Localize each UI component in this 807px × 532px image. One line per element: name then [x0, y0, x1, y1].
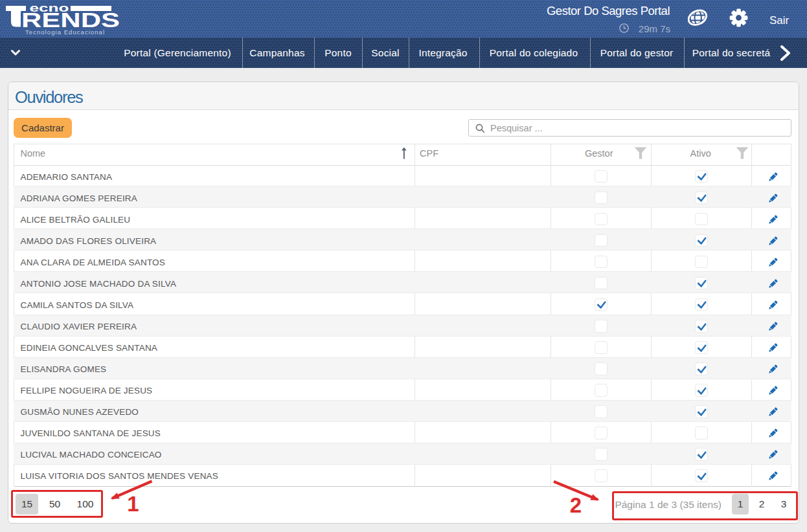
svg-text:Tecnologia Educacional: Tecnologia Educacional: [25, 28, 104, 36]
